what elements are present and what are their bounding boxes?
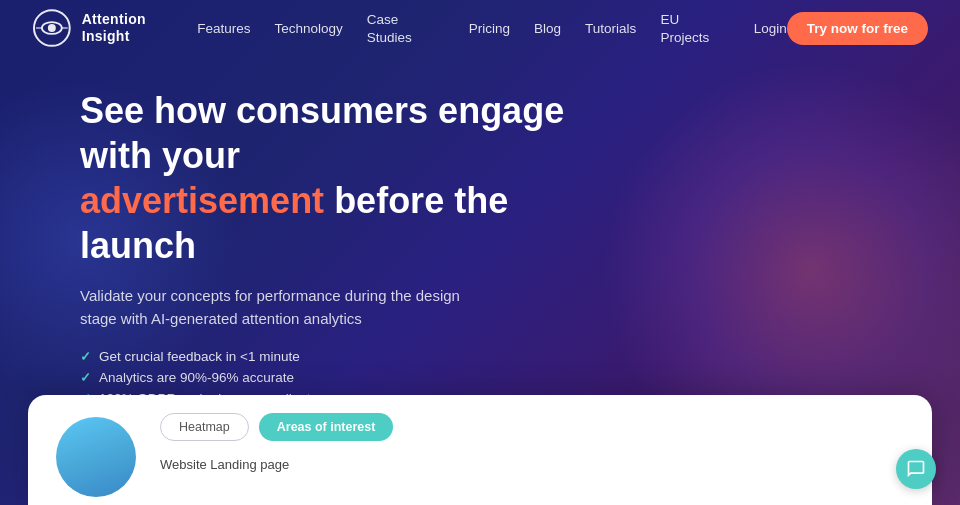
preview-section: Heatmap Areas of interest Website Landin… xyxy=(0,395,960,505)
nav-blog[interactable]: Blog xyxy=(534,21,561,36)
svg-point-2 xyxy=(48,24,56,32)
tab-areas-button[interactable]: Areas of interest xyxy=(259,413,394,441)
preview-content: Heatmap Areas of interest Website Landin… xyxy=(160,413,904,472)
chat-icon xyxy=(906,459,926,479)
preview-tabs: Heatmap Areas of interest xyxy=(160,413,904,441)
check-icon-1: ✓ xyxy=(80,349,91,364)
hero-title-before: See how consumers engage with your xyxy=(80,90,564,176)
logo-text-container: Attention Insight xyxy=(82,11,197,45)
hero-title: See how consumers engage with your adver… xyxy=(80,88,608,268)
hero-subtitle: Validate your concepts for performance d… xyxy=(80,284,500,331)
preview-card: Heatmap Areas of interest Website Landin… xyxy=(28,395,932,505)
nav-features[interactable]: Features xyxy=(197,21,250,36)
navbar: Attention Insight Features Technology Ca… xyxy=(0,0,960,56)
nav-case-studies[interactable]: Case Studies xyxy=(367,12,412,45)
preview-label: Website Landing page xyxy=(160,457,904,472)
chat-bubble-button[interactable] xyxy=(896,449,936,489)
feature-text-1: Get crucial feedback in <1 minute xyxy=(99,349,300,364)
brand-name: Attention Insight xyxy=(82,11,197,45)
hero-title-highlight: advertisement xyxy=(80,180,324,221)
check-icon-2: ✓ xyxy=(80,370,91,385)
nav-login[interactable]: Login xyxy=(754,21,787,36)
feature-text-2: Analytics are 90%-96% accurate xyxy=(99,370,294,385)
feature-item-1: ✓ Get crucial feedback in <1 minute xyxy=(80,349,608,364)
nav-technology[interactable]: Technology xyxy=(274,21,342,36)
nav-eu-projects[interactable]: EU Projects xyxy=(660,12,709,45)
logo-icon xyxy=(32,8,72,48)
feature-item-2: ✓ Analytics are 90%-96% accurate xyxy=(80,370,608,385)
nav-cta-button[interactable]: Try now for free xyxy=(787,12,928,45)
tab-heatmap-button[interactable]: Heatmap xyxy=(160,413,249,441)
logo[interactable]: Attention Insight xyxy=(32,8,197,48)
nav-links: Features Technology Case Studies Pricing… xyxy=(197,10,787,46)
preview-circle-decoration xyxy=(56,417,136,497)
nav-pricing[interactable]: Pricing xyxy=(469,21,510,36)
nav-tutorials[interactable]: Tutorials xyxy=(585,21,636,36)
